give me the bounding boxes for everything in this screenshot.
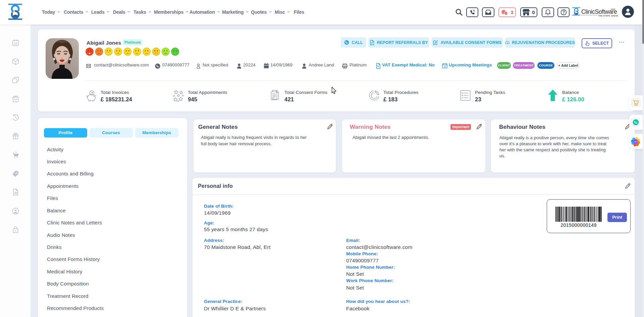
svg-text:12: 12 xyxy=(444,65,446,68)
svg-text:TEN STEPS AHEAD: TEN STEPS AHEAD xyxy=(598,15,618,17)
svg-text:%: % xyxy=(377,65,379,67)
svg-text:.com: .com xyxy=(610,8,615,10)
svg-text:AI: AI xyxy=(634,140,637,143)
svg-text:12: 12 xyxy=(14,42,17,45)
